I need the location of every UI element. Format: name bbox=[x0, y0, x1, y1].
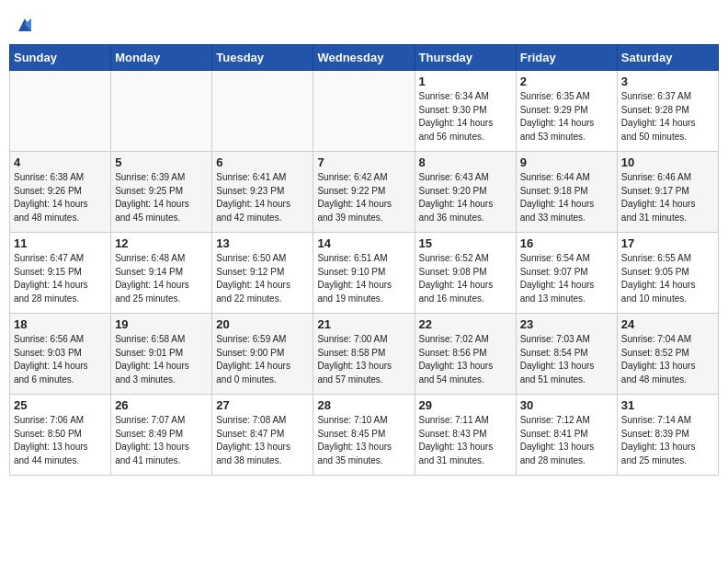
calendar-body: 1Sunrise: 6:34 AM Sunset: 9:30 PM Daylig… bbox=[10, 71, 719, 476]
day-number: 22 bbox=[419, 317, 512, 331]
day-number: 4 bbox=[14, 155, 107, 169]
page-header bbox=[9, 9, 719, 37]
table-row: 18Sunrise: 6:56 AM Sunset: 9:03 PM Dayli… bbox=[10, 314, 111, 395]
day-info: Sunrise: 6:48 AM Sunset: 9:14 PM Dayligh… bbox=[115, 253, 189, 304]
calendar-table: Sunday Monday Tuesday Wednesday Thursday… bbox=[9, 44, 719, 476]
day-info: Sunrise: 6:55 AM Sunset: 9:05 PM Dayligh… bbox=[621, 253, 696, 304]
col-wednesday: Wednesday bbox=[313, 45, 415, 71]
day-number: 16 bbox=[520, 236, 613, 250]
day-info: Sunrise: 7:11 AM Sunset: 8:43 PM Dayligh… bbox=[419, 415, 494, 465]
day-number: 6 bbox=[216, 155, 309, 169]
day-number: 2 bbox=[520, 75, 613, 88]
table-row: 20Sunrise: 6:59 AM Sunset: 9:00 PM Dayli… bbox=[212, 314, 313, 395]
day-info: Sunrise: 7:10 AM Sunset: 8:45 PM Dayligh… bbox=[317, 415, 392, 465]
day-number: 11 bbox=[14, 236, 107, 250]
table-row: 30Sunrise: 7:12 AM Sunset: 8:41 PM Dayli… bbox=[516, 395, 617, 476]
day-number: 12 bbox=[115, 236, 208, 250]
table-row: 4Sunrise: 6:38 AM Sunset: 9:26 PM Daylig… bbox=[10, 152, 111, 233]
day-number: 8 bbox=[419, 155, 512, 169]
table-row: 7Sunrise: 6:42 AM Sunset: 9:22 PM Daylig… bbox=[313, 152, 415, 233]
table-row: 23Sunrise: 7:03 AM Sunset: 8:54 PM Dayli… bbox=[516, 314, 617, 395]
table-row: 21Sunrise: 7:00 AM Sunset: 8:58 PM Dayli… bbox=[313, 314, 415, 395]
day-info: Sunrise: 6:38 AM Sunset: 9:26 PM Dayligh… bbox=[14, 172, 88, 223]
day-number: 27 bbox=[216, 398, 309, 412]
table-row: 5Sunrise: 6:39 AM Sunset: 9:25 PM Daylig… bbox=[111, 152, 212, 233]
day-info: Sunrise: 7:04 AM Sunset: 8:52 PM Dayligh… bbox=[621, 334, 696, 385]
day-number: 14 bbox=[317, 236, 410, 250]
day-number: 24 bbox=[621, 317, 714, 331]
day-info: Sunrise: 7:14 AM Sunset: 8:39 PM Dayligh… bbox=[621, 415, 696, 465]
day-number: 17 bbox=[621, 236, 714, 250]
day-info: Sunrise: 6:44 AM Sunset: 9:18 PM Dayligh… bbox=[520, 172, 595, 223]
table-row: 12Sunrise: 6:48 AM Sunset: 9:14 PM Dayli… bbox=[111, 233, 212, 314]
table-row: 15Sunrise: 6:52 AM Sunset: 9:08 PM Dayli… bbox=[415, 233, 516, 314]
day-number: 31 bbox=[621, 398, 714, 412]
table-row: 27Sunrise: 7:08 AM Sunset: 8:47 PM Dayli… bbox=[212, 395, 313, 476]
col-thursday: Thursday bbox=[415, 45, 516, 71]
table-row: 14Sunrise: 6:51 AM Sunset: 9:10 PM Dayli… bbox=[313, 233, 415, 314]
day-info: Sunrise: 7:00 AM Sunset: 8:58 PM Dayligh… bbox=[317, 334, 392, 385]
day-number: 25 bbox=[14, 398, 107, 412]
day-info: Sunrise: 6:51 AM Sunset: 9:10 PM Dayligh… bbox=[317, 253, 392, 304]
table-row: 10Sunrise: 6:46 AM Sunset: 9:17 PM Dayli… bbox=[617, 152, 718, 233]
day-info: Sunrise: 7:12 AM Sunset: 8:41 PM Dayligh… bbox=[520, 415, 595, 465]
day-info: Sunrise: 6:50 AM Sunset: 9:12 PM Dayligh… bbox=[216, 253, 290, 304]
table-row: 9Sunrise: 6:44 AM Sunset: 9:18 PM Daylig… bbox=[516, 152, 617, 233]
day-number: 9 bbox=[520, 155, 613, 169]
table-row: 16Sunrise: 6:54 AM Sunset: 9:07 PM Dayli… bbox=[516, 233, 617, 314]
day-info: Sunrise: 6:34 AM Sunset: 9:30 PM Dayligh… bbox=[419, 91, 494, 142]
table-row: 13Sunrise: 6:50 AM Sunset: 9:12 PM Dayli… bbox=[212, 233, 313, 314]
day-number: 19 bbox=[115, 317, 208, 331]
day-info: Sunrise: 7:02 AM Sunset: 8:56 PM Dayligh… bbox=[419, 334, 494, 385]
table-row: 17Sunrise: 6:55 AM Sunset: 9:05 PM Dayli… bbox=[617, 233, 718, 314]
table-row bbox=[313, 71, 415, 152]
table-row bbox=[212, 71, 313, 152]
table-row: 29Sunrise: 7:11 AM Sunset: 8:43 PM Dayli… bbox=[415, 395, 516, 476]
col-friday: Friday bbox=[516, 45, 617, 71]
table-row: 19Sunrise: 6:58 AM Sunset: 9:01 PM Dayli… bbox=[111, 314, 212, 395]
day-number: 28 bbox=[317, 398, 410, 412]
col-sunday: Sunday bbox=[10, 45, 111, 71]
day-info: Sunrise: 7:06 AM Sunset: 8:50 PM Dayligh… bbox=[14, 415, 88, 465]
table-row: 31Sunrise: 7:14 AM Sunset: 8:39 PM Dayli… bbox=[617, 395, 718, 476]
day-info: Sunrise: 7:03 AM Sunset: 8:54 PM Dayligh… bbox=[520, 334, 595, 385]
col-saturday: Saturday bbox=[617, 45, 718, 71]
table-row: 25Sunrise: 7:06 AM Sunset: 8:50 PM Dayli… bbox=[10, 395, 111, 476]
day-number: 18 bbox=[14, 317, 107, 331]
day-info: Sunrise: 6:39 AM Sunset: 9:25 PM Dayligh… bbox=[115, 172, 189, 223]
day-info: Sunrise: 7:07 AM Sunset: 8:49 PM Dayligh… bbox=[115, 415, 189, 465]
day-number: 13 bbox=[216, 236, 309, 250]
day-info: Sunrise: 6:59 AM Sunset: 9:00 PM Dayligh… bbox=[216, 334, 290, 385]
table-row: 26Sunrise: 7:07 AM Sunset: 8:49 PM Dayli… bbox=[111, 395, 212, 476]
logo-icon bbox=[15, 15, 35, 35]
day-number: 3 bbox=[621, 75, 714, 88]
col-tuesday: Tuesday bbox=[212, 45, 313, 71]
calendar-header: Sunday Monday Tuesday Wednesday Thursday… bbox=[10, 45, 719, 71]
table-row: 1Sunrise: 6:34 AM Sunset: 9:30 PM Daylig… bbox=[415, 71, 516, 152]
table-row: 6Sunrise: 6:41 AM Sunset: 9:23 PM Daylig… bbox=[212, 152, 313, 233]
day-info: Sunrise: 6:56 AM Sunset: 9:03 PM Dayligh… bbox=[14, 334, 88, 385]
day-info: Sunrise: 6:47 AM Sunset: 9:15 PM Dayligh… bbox=[14, 253, 88, 304]
table-row: 11Sunrise: 6:47 AM Sunset: 9:15 PM Dayli… bbox=[10, 233, 111, 314]
table-row: 8Sunrise: 6:43 AM Sunset: 9:20 PM Daylig… bbox=[415, 152, 516, 233]
day-number: 1 bbox=[419, 75, 512, 88]
day-number: 23 bbox=[520, 317, 613, 331]
day-info: Sunrise: 6:41 AM Sunset: 9:23 PM Dayligh… bbox=[216, 172, 290, 223]
table-row: 28Sunrise: 7:10 AM Sunset: 8:45 PM Dayli… bbox=[313, 395, 415, 476]
day-info: Sunrise: 6:43 AM Sunset: 9:20 PM Dayligh… bbox=[419, 172, 494, 223]
day-number: 20 bbox=[216, 317, 309, 331]
day-info: Sunrise: 6:54 AM Sunset: 9:07 PM Dayligh… bbox=[520, 253, 595, 304]
logo bbox=[13, 15, 35, 31]
day-number: 7 bbox=[317, 155, 410, 169]
day-info: Sunrise: 6:58 AM Sunset: 9:01 PM Dayligh… bbox=[115, 334, 189, 385]
table-row: 24Sunrise: 7:04 AM Sunset: 8:52 PM Dayli… bbox=[617, 314, 718, 395]
day-number: 29 bbox=[419, 398, 512, 412]
day-info: Sunrise: 6:46 AM Sunset: 9:17 PM Dayligh… bbox=[621, 172, 696, 223]
day-number: 21 bbox=[317, 317, 410, 331]
day-info: Sunrise: 7:08 AM Sunset: 8:47 PM Dayligh… bbox=[216, 415, 290, 465]
day-number: 5 bbox=[115, 155, 208, 169]
day-number: 15 bbox=[419, 236, 512, 250]
table-row: 3Sunrise: 6:37 AM Sunset: 9:28 PM Daylig… bbox=[617, 71, 718, 152]
table-row: 22Sunrise: 7:02 AM Sunset: 8:56 PM Dayli… bbox=[415, 314, 516, 395]
day-info: Sunrise: 6:37 AM Sunset: 9:28 PM Dayligh… bbox=[621, 91, 696, 142]
